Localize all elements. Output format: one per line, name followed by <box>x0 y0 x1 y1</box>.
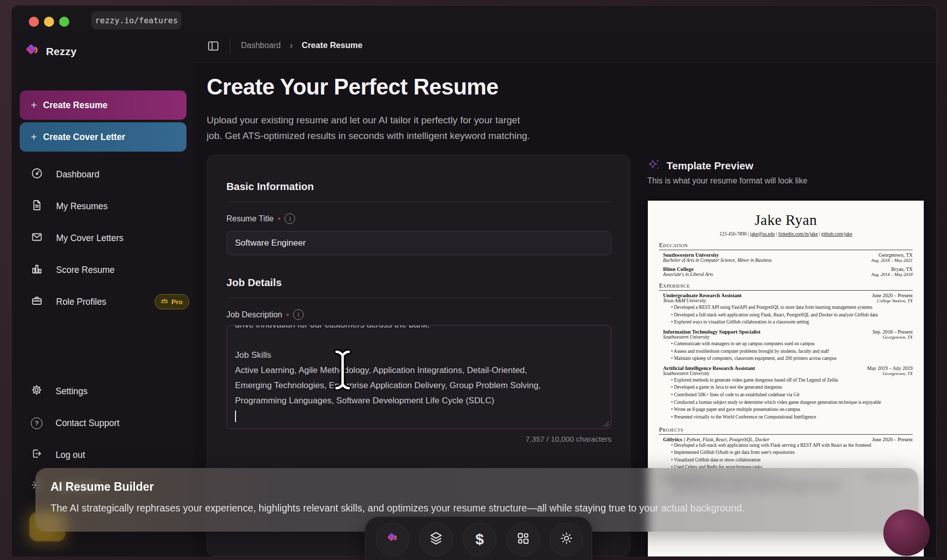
sidebar-item-dashboard[interactable]: Dashboard <box>20 161 186 188</box>
sidebar-item-score-resume[interactable]: Score Resume <box>20 257 186 283</box>
create-cover-letter-label: Create Cover Letter <box>43 132 125 143</box>
divider <box>230 39 230 54</box>
rezzy-logo-icon <box>386 531 400 547</box>
grid-icon <box>516 531 530 547</box>
page-subtitle: Upload your existing resume and let our … <box>207 113 534 144</box>
resume-title-label: Resume Title * i <box>226 213 295 224</box>
sidebar-item-contact-support[interactable]: ? Contact Support <box>20 410 186 436</box>
sidebar-item-my-cover-letters[interactable]: My Cover Letters <box>20 225 186 251</box>
sidebar-item-label: Score Resume <box>56 265 115 275</box>
breadcrumb-current: Create Resume <box>302 40 362 50</box>
dock-dashboard-button[interactable] <box>506 523 540 556</box>
resume-email-link: jake@su.edu <box>750 231 775 237</box>
resume-section-education: Education <box>659 242 913 250</box>
resume-section-projects: Projects <box>659 426 913 435</box>
logout-icon <box>31 448 42 462</box>
user-name: Omar Nasser <box>96 554 143 556</box>
job-details-heading: Job Details <box>226 276 281 289</box>
textarea-line: Programming Languages, Software Developm… <box>235 393 603 408</box>
create-resume-label: Create Resume <box>43 100 107 111</box>
textarea-line: Emerging Technologies, Enterprise Applic… <box>235 378 603 393</box>
minimize-window-button[interactable] <box>44 17 54 27</box>
sidebar-item-label: My Resumes <box>56 201 108 212</box>
sidebar-item-label: My Cover Letters <box>56 233 123 244</box>
template-preview-title: Template Preview <box>667 160 753 172</box>
divider <box>226 202 611 202</box>
url-bar[interactable]: rezzy.io/features <box>91 11 181 29</box>
resume-contact: 123-456-7890 | jake@su.edu | linkedin.co… <box>658 231 914 237</box>
resume-section-experience: Experience <box>659 282 913 291</box>
bar-chart-icon <box>31 263 43 277</box>
create-resume-button[interactable]: + Create Resume <box>20 90 186 120</box>
help-circle-icon: ? <box>31 417 42 429</box>
resize-handle-icon[interactable] <box>603 421 609 427</box>
crown-icon <box>161 298 168 306</box>
envelope-icon <box>31 231 43 246</box>
basic-information-heading: Basic Information <box>226 180 314 193</box>
gear-icon <box>31 384 42 398</box>
template-preview-header: Template Preview <box>647 158 753 173</box>
chat-bubble-button[interactable] <box>883 509 930 556</box>
info-icon[interactable]: i <box>293 309 304 320</box>
titlebar: rezzy.io/features <box>12 6 936 31</box>
sidebar-item-label: Role Profiles <box>56 297 106 307</box>
breadcrumb-dashboard[interactable]: Dashboard <box>241 41 280 50</box>
sidebar-item-label: Contact Support <box>56 418 119 429</box>
dock-layers-button[interactable] <box>419 523 453 556</box>
pro-badge: Pro <box>155 294 189 309</box>
resume-github-link: github.com/jake <box>821 231 852 237</box>
tooltip-body: The AI strategically rephrases your expe… <box>51 502 905 514</box>
dock-theme-button[interactable] <box>550 523 583 556</box>
plus-icon: + <box>31 131 37 143</box>
page-title: Create Your Perfect Resume <box>207 74 498 100</box>
sidebar-item-label: Dashboard <box>56 169 100 180</box>
textarea-line: Active Learning, Agile Methodology, Appl… <box>235 363 603 378</box>
required-asterisk: * <box>277 215 280 224</box>
breadcrumb-bar: Dashboard › Create Resume <box>193 31 936 63</box>
briefcase-icon <box>31 295 43 309</box>
maximize-window-button[interactable] <box>59 17 69 27</box>
gauge-icon <box>31 167 43 182</box>
feature-dock: $ <box>365 517 592 560</box>
job-description-label: Job Description * i <box>226 309 304 320</box>
screen: rezzy.io/features Rezzy + Creat <box>0 0 947 560</box>
job-description-textarea[interactable]: drive innovation for our customers acros… <box>226 325 611 429</box>
template-preview-subtitle: This is what your resume format will loo… <box>647 176 808 185</box>
brand[interactable]: Rezzy <box>25 43 77 60</box>
info-icon[interactable]: i <box>285 213 295 224</box>
rezzy-logo-icon <box>25 43 40 60</box>
dock-rezzy-button[interactable] <box>376 523 409 556</box>
resume-name: Jake Ryan <box>658 212 914 228</box>
textarea-line: Job Skills <box>235 348 603 363</box>
textarea-clipped-line: drive innovation for our customers acros… <box>235 325 603 333</box>
tooltip-title: AI Resume Builder <box>51 480 154 494</box>
resume-title-input[interactable] <box>226 231 611 255</box>
sidebar-item-log-out[interactable]: Log out <box>20 442 186 468</box>
close-window-button[interactable] <box>29 17 39 27</box>
sidebar-item-settings[interactable]: Settings <box>20 378 186 404</box>
document-icon <box>31 199 43 214</box>
sidebar-item-label: Log out <box>56 450 85 460</box>
divider <box>226 298 611 298</box>
text-caret <box>235 410 236 422</box>
dollar-icon: $ <box>476 531 484 548</box>
required-asterisk: * <box>286 311 289 320</box>
sidebar-toggle-icon[interactable] <box>207 39 220 55</box>
sidebar-item-my-resumes[interactable]: My Resumes <box>20 193 186 219</box>
sidebar-item-label: Settings <box>56 386 87 397</box>
dock-pricing-button[interactable]: $ <box>463 523 496 556</box>
character-count: 7,357 / 10,000 characters <box>460 435 611 443</box>
sparkles-icon <box>647 158 660 173</box>
layers-icon <box>429 531 444 548</box>
plus-icon: + <box>31 99 37 111</box>
resume-linkedin-link: linkedin.com/in/jake <box>778 231 818 237</box>
brand-name: Rezzy <box>46 45 77 58</box>
breadcrumb-chevron-icon: › <box>290 39 293 51</box>
create-cover-letter-button[interactable]: + Create Cover Letter <box>20 122 186 152</box>
sun-icon <box>559 531 574 547</box>
pro-badge-label: Pro <box>171 298 183 306</box>
